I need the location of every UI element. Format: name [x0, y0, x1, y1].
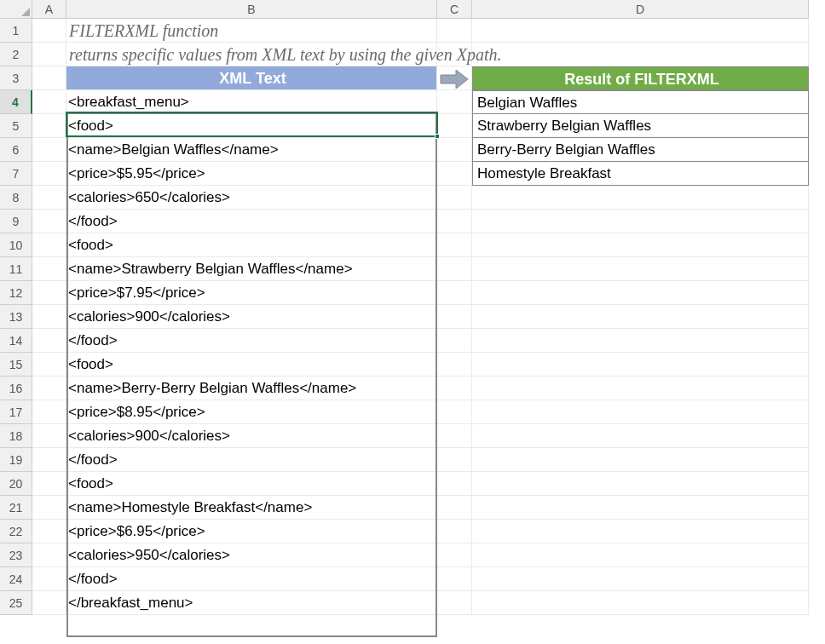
cell-c17[interactable]: [437, 400, 472, 424]
cell-a19[interactable]: [32, 448, 66, 472]
cell-c12[interactable]: [437, 281, 472, 305]
cell-d24[interactable]: [472, 567, 809, 591]
cell-a24[interactable]: [32, 567, 66, 591]
cell-a11[interactable]: [32, 257, 66, 281]
cell-a4[interactable]: [32, 90, 66, 114]
row-header-22[interactable]: 22: [0, 520, 32, 543]
cell-d20[interactable]: [472, 472, 809, 496]
xml-line-5[interactable]: <calories>650</calories>: [66, 186, 437, 210]
cell-d18[interactable]: [472, 424, 809, 448]
row-header-19[interactable]: 19: [0, 448, 32, 472]
spreadsheet-grid[interactable]: A B C D 1 FILTERXML function 2 returns s…: [0, 0, 825, 615]
cell-b2-subtitle[interactable]: returns specific values from XML text by…: [66, 43, 437, 66]
cell-d9[interactable]: [472, 210, 809, 233]
select-all-corner[interactable]: [0, 0, 32, 19]
row-header-15[interactable]: 15: [0, 353, 32, 377]
xml-line-14[interactable]: <price>$8.95</price>: [66, 400, 437, 424]
row-header-5[interactable]: 5: [0, 114, 32, 138]
cell-d8[interactable]: [472, 186, 809, 210]
row-header-23[interactable]: 23: [0, 543, 32, 567]
cell-a16[interactable]: [32, 377, 66, 400]
xml-line-9[interactable]: <price>$7.95</price>: [66, 281, 437, 305]
cell-c21[interactable]: [437, 496, 472, 520]
xml-line-18[interactable]: <name>Homestyle Breakfast</name>: [66, 496, 437, 520]
cell-a1[interactable]: [32, 19, 66, 43]
row-header-11[interactable]: 11: [0, 257, 32, 281]
cell-d19[interactable]: [472, 448, 809, 472]
xml-line-7[interactable]: <food>: [66, 233, 437, 257]
cell-a9[interactable]: [32, 210, 66, 233]
col-header-d[interactable]: D: [472, 0, 809, 19]
cell-c8[interactable]: [437, 186, 472, 210]
col-header-b[interactable]: B: [66, 0, 437, 19]
cell-d10[interactable]: [472, 233, 809, 257]
cell-a21[interactable]: [32, 496, 66, 520]
cell-c22[interactable]: [437, 520, 472, 543]
row-header-12[interactable]: 12: [0, 281, 32, 305]
cell-c16[interactable]: [437, 377, 472, 400]
cell-c25[interactable]: [437, 591, 472, 615]
row-header-17[interactable]: 17: [0, 400, 32, 424]
cell-d25[interactable]: [472, 591, 809, 615]
row-header-10[interactable]: 10: [0, 233, 32, 257]
cell-b1-title[interactable]: FILTERXML function: [66, 19, 437, 43]
cell-d15[interactable]: [472, 353, 809, 377]
row-header-14[interactable]: 14: [0, 329, 32, 353]
cell-c7[interactable]: [437, 162, 472, 186]
row-header-9[interactable]: 9: [0, 210, 32, 233]
cell-a22[interactable]: [32, 520, 66, 543]
cell-d21[interactable]: [472, 496, 809, 520]
cell-a8[interactable]: [32, 186, 66, 210]
cell-c19[interactable]: [437, 448, 472, 472]
cell-d12[interactable]: [472, 281, 809, 305]
result-1[interactable]: Belgian Waffles: [472, 90, 809, 114]
xml-line-22[interactable]: </breakfast_menu>: [66, 591, 437, 615]
xml-line-12[interactable]: <food>: [66, 353, 437, 377]
cell-d11[interactable]: [472, 257, 809, 281]
cell-c24[interactable]: [437, 567, 472, 591]
cell-a25[interactable]: [32, 591, 66, 615]
cell-d1[interactable]: [472, 19, 809, 43]
xml-line-16[interactable]: </food>: [66, 448, 437, 472]
row-header-6[interactable]: 6: [0, 138, 32, 162]
cell-a12[interactable]: [32, 281, 66, 305]
row-header-16[interactable]: 16: [0, 377, 32, 400]
row-header-20[interactable]: 20: [0, 472, 32, 496]
row-header-18[interactable]: 18: [0, 424, 32, 448]
row-header-13[interactable]: 13: [0, 305, 32, 329]
cell-c6[interactable]: [437, 138, 472, 162]
cell-a17[interactable]: [32, 400, 66, 424]
cell-a18[interactable]: [32, 424, 66, 448]
row-header-3[interactable]: 3: [0, 66, 32, 90]
cell-a10[interactable]: [32, 233, 66, 257]
cell-a6[interactable]: [32, 138, 66, 162]
cell-c18[interactable]: [437, 424, 472, 448]
xml-line-17[interactable]: <food>: [66, 472, 437, 496]
col-header-c[interactable]: C: [437, 0, 472, 19]
cell-a23[interactable]: [32, 543, 66, 567]
cell-c4[interactable]: [437, 90, 472, 114]
cell-c20[interactable]: [437, 472, 472, 496]
cell-a3[interactable]: [32, 66, 66, 90]
cell-d14[interactable]: [472, 329, 809, 353]
xml-line-6[interactable]: </food>: [66, 210, 437, 233]
cell-a15[interactable]: [32, 353, 66, 377]
xml-line-19[interactable]: <price>$6.95</price>: [66, 520, 437, 543]
cell-a7[interactable]: [32, 162, 66, 186]
xml-line-15[interactable]: <calories>900</calories>: [66, 424, 437, 448]
cell-c14[interactable]: [437, 329, 472, 353]
xml-line-2[interactable]: <food>: [66, 114, 437, 138]
row-header-25[interactable]: 25: [0, 591, 32, 615]
xml-header-cell[interactable]: XML Text: [66, 66, 437, 90]
result-header-cell[interactable]: Result of FILTERXML: [472, 66, 809, 90]
xml-line-8[interactable]: <name>Strawberry Belgian Waffles</name>: [66, 257, 437, 281]
cell-a5[interactable]: [32, 114, 66, 138]
row-header-4[interactable]: 4: [0, 90, 32, 114]
cell-c9[interactable]: [437, 210, 472, 233]
cell-d22[interactable]: [472, 520, 809, 543]
result-4[interactable]: Homestyle Breakfast: [472, 162, 809, 186]
cell-d23[interactable]: [472, 543, 809, 567]
xml-line-3[interactable]: <name>Belgian Waffles</name>: [66, 138, 437, 162]
xml-line-10[interactable]: <calories>900</calories>: [66, 305, 437, 329]
cell-a20[interactable]: [32, 472, 66, 496]
